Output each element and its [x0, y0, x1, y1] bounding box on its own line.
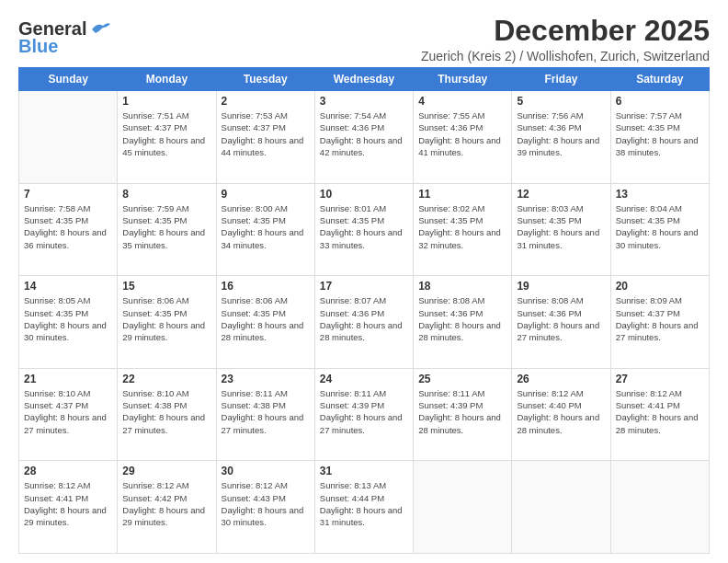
calendar-cell: 29Sunrise: 8:12 AMSunset: 4:42 PMDayligh… — [118, 461, 216, 554]
day-number: 25 — [418, 373, 506, 385]
day-detail: Sunrise: 8:06 AMSunset: 4:35 PMDaylight:… — [222, 294, 310, 343]
title-block: December 2025 Zuerich (Kreis 2) / Wollis… — [421, 15, 710, 63]
day-number: 12 — [517, 188, 605, 201]
day-number: 23 — [222, 373, 310, 385]
day-detail: Sunrise: 8:07 AMSunset: 4:36 PMDaylight:… — [320, 294, 408, 343]
calendar-cell: 18Sunrise: 8:08 AMSunset: 4:36 PMDayligh… — [414, 276, 512, 369]
dow-wednesday: Wednesday — [314, 68, 413, 91]
calendar-cell: 6Sunrise: 7:57 AMSunset: 4:35 PMDaylight… — [610, 91, 709, 184]
calendar-cell: 16Sunrise: 8:06 AMSunset: 4:35 PMDayligh… — [216, 276, 314, 369]
calendar-cell — [512, 461, 610, 554]
calendar-cell: 30Sunrise: 8:12 AMSunset: 4:43 PMDayligh… — [216, 461, 314, 554]
header: General Blue December 2025 Zuerich (Krei… — [18, 15, 710, 63]
calendar-cell: 24Sunrise: 8:11 AMSunset: 4:39 PMDayligh… — [314, 368, 413, 461]
day-detail: Sunrise: 7:53 AMSunset: 4:37 PMDaylight:… — [222, 109, 310, 158]
calendar-cell: 10Sunrise: 8:01 AMSunset: 4:35 PMDayligh… — [314, 183, 413, 276]
page: General Blue December 2025 Zuerich (Krei… — [0, 0, 728, 563]
day-detail: Sunrise: 7:58 AMSunset: 4:35 PMDaylight:… — [24, 202, 112, 251]
day-number: 6 — [616, 95, 704, 108]
day-detail: Sunrise: 8:08 AMSunset: 4:36 PMDaylight:… — [517, 294, 605, 343]
day-detail: Sunrise: 8:10 AMSunset: 4:38 PMDaylight:… — [122, 387, 210, 436]
logo: General Blue — [18, 18, 110, 57]
dow-saturday: Saturday — [610, 68, 709, 91]
week-row-2: 14Sunrise: 8:05 AMSunset: 4:35 PMDayligh… — [19, 276, 710, 369]
day-number: 5 — [517, 95, 605, 108]
day-number: 21 — [24, 373, 112, 385]
logo-blue-text: Blue — [18, 36, 58, 57]
calendar-cell: 1Sunrise: 7:51 AMSunset: 4:37 PMDaylight… — [118, 91, 216, 184]
day-detail: Sunrise: 8:11 AMSunset: 4:39 PMDaylight:… — [418, 387, 506, 436]
calendar-cell — [19, 91, 118, 184]
calendar-body: 1Sunrise: 7:51 AMSunset: 4:37 PMDaylight… — [19, 91, 710, 554]
day-number: 16 — [222, 280, 310, 293]
day-number: 8 — [122, 188, 210, 201]
day-number: 22 — [122, 373, 210, 385]
logo-bird-icon — [90, 20, 110, 35]
calendar-cell: 2Sunrise: 7:53 AMSunset: 4:37 PMDaylight… — [216, 91, 314, 184]
day-number: 30 — [222, 465, 310, 477]
calendar-cell: 5Sunrise: 7:56 AMSunset: 4:36 PMDaylight… — [512, 91, 610, 184]
calendar-cell: 13Sunrise: 8:04 AMSunset: 4:35 PMDayligh… — [610, 183, 709, 276]
calendar-cell — [414, 461, 512, 554]
calendar-cell: 27Sunrise: 8:12 AMSunset: 4:41 PMDayligh… — [610, 368, 709, 461]
day-number: 3 — [320, 95, 408, 108]
calendar-table: SundayMondayTuesdayWednesdayThursdayFrid… — [18, 67, 710, 554]
dow-thursday: Thursday — [414, 68, 512, 91]
calendar-cell: 7Sunrise: 7:58 AMSunset: 4:35 PMDaylight… — [19, 183, 118, 276]
day-number: 24 — [320, 373, 408, 385]
calendar-cell: 31Sunrise: 8:13 AMSunset: 4:44 PMDayligh… — [314, 461, 413, 554]
calendar-cell: 15Sunrise: 8:06 AMSunset: 4:35 PMDayligh… — [118, 276, 216, 369]
calendar-cell: 12Sunrise: 8:03 AMSunset: 4:35 PMDayligh… — [512, 183, 610, 276]
day-detail: Sunrise: 8:12 AMSunset: 4:43 PMDaylight:… — [222, 479, 310, 528]
day-detail: Sunrise: 8:09 AMSunset: 4:37 PMDaylight:… — [616, 294, 704, 343]
calendar-cell: 23Sunrise: 8:11 AMSunset: 4:38 PMDayligh… — [216, 368, 314, 461]
day-number: 9 — [222, 188, 310, 201]
calendar-cell: 14Sunrise: 8:05 AMSunset: 4:35 PMDayligh… — [19, 276, 118, 369]
day-number: 17 — [320, 280, 408, 293]
day-number: 26 — [517, 373, 605, 385]
day-detail: Sunrise: 8:11 AMSunset: 4:39 PMDaylight:… — [320, 387, 408, 436]
day-detail: Sunrise: 8:11 AMSunset: 4:38 PMDaylight:… — [222, 387, 310, 436]
calendar-cell: 4Sunrise: 7:55 AMSunset: 4:36 PMDaylight… — [414, 91, 512, 184]
calendar-cell: 9Sunrise: 8:00 AMSunset: 4:35 PMDaylight… — [216, 183, 314, 276]
day-number: 18 — [418, 280, 506, 293]
day-number: 10 — [320, 188, 408, 201]
calendar-cell: 8Sunrise: 7:59 AMSunset: 4:35 PMDaylight… — [118, 183, 216, 276]
calendar-cell: 11Sunrise: 8:02 AMSunset: 4:35 PMDayligh… — [414, 183, 512, 276]
day-detail: Sunrise: 8:05 AMSunset: 4:35 PMDaylight:… — [24, 294, 112, 343]
day-number: 1 — [122, 95, 210, 108]
day-detail: Sunrise: 7:57 AMSunset: 4:35 PMDaylight:… — [616, 109, 704, 158]
day-detail: Sunrise: 8:12 AMSunset: 4:42 PMDaylight:… — [122, 479, 210, 528]
day-number: 15 — [122, 280, 210, 293]
day-detail: Sunrise: 8:12 AMSunset: 4:41 PMDaylight:… — [24, 479, 112, 528]
day-number: 14 — [24, 280, 112, 293]
day-detail: Sunrise: 8:08 AMSunset: 4:36 PMDaylight:… — [418, 294, 506, 343]
day-detail: Sunrise: 7:59 AMSunset: 4:35 PMDaylight:… — [122, 202, 210, 251]
day-detail: Sunrise: 8:13 AMSunset: 4:44 PMDaylight:… — [320, 479, 408, 528]
day-detail: Sunrise: 7:55 AMSunset: 4:36 PMDaylight:… — [418, 109, 506, 158]
day-detail: Sunrise: 8:06 AMSunset: 4:35 PMDaylight:… — [122, 294, 210, 343]
days-of-week-header: SundayMondayTuesdayWednesdayThursdayFrid… — [19, 68, 710, 91]
day-detail: Sunrise: 8:12 AMSunset: 4:40 PMDaylight:… — [517, 387, 605, 436]
day-detail: Sunrise: 7:51 AMSunset: 4:37 PMDaylight:… — [122, 109, 210, 158]
calendar-cell — [610, 461, 709, 554]
dow-sunday: Sunday — [19, 68, 118, 91]
day-detail: Sunrise: 8:01 AMSunset: 4:35 PMDaylight:… — [320, 202, 408, 251]
day-detail: Sunrise: 7:54 AMSunset: 4:36 PMDaylight:… — [320, 109, 408, 158]
day-number: 31 — [320, 465, 408, 477]
day-detail: Sunrise: 8:00 AMSunset: 4:35 PMDaylight:… — [222, 202, 310, 251]
calendar-cell: 19Sunrise: 8:08 AMSunset: 4:36 PMDayligh… — [512, 276, 610, 369]
calendar-cell: 20Sunrise: 8:09 AMSunset: 4:37 PMDayligh… — [610, 276, 709, 369]
calendar-cell: 25Sunrise: 8:11 AMSunset: 4:39 PMDayligh… — [414, 368, 512, 461]
day-detail: Sunrise: 8:02 AMSunset: 4:35 PMDaylight:… — [418, 202, 506, 251]
day-number: 20 — [616, 280, 704, 293]
week-row-0: 1Sunrise: 7:51 AMSunset: 4:37 PMDaylight… — [19, 91, 710, 184]
calendar-cell: 17Sunrise: 8:07 AMSunset: 4:36 PMDayligh… — [314, 276, 413, 369]
week-row-1: 7Sunrise: 7:58 AMSunset: 4:35 PMDaylight… — [19, 183, 710, 276]
day-number: 19 — [517, 280, 605, 293]
calendar-cell: 22Sunrise: 8:10 AMSunset: 4:38 PMDayligh… — [118, 368, 216, 461]
dow-monday: Monday — [118, 68, 216, 91]
week-row-3: 21Sunrise: 8:10 AMSunset: 4:37 PMDayligh… — [19, 368, 710, 461]
day-number: 11 — [418, 188, 506, 201]
day-number: 2 — [222, 95, 310, 108]
